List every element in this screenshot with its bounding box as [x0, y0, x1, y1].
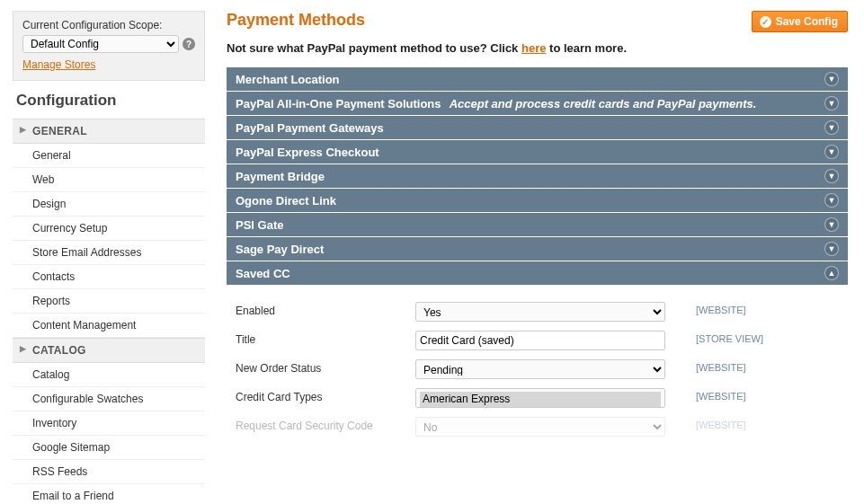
nav-item[interactable]: Contacts: [13, 265, 205, 289]
enabled-label: Enabled: [236, 302, 415, 317]
chevron-down-icon: ▼: [824, 72, 839, 86]
save-config-button[interactable]: ✓ Save Config: [752, 11, 848, 32]
chevron-down-icon: ▼: [824, 193, 839, 208]
nav-section[interactable]: CATALOG: [13, 338, 205, 363]
scope-select[interactable]: Default Config: [22, 35, 179, 53]
new-order-label: New Order Status: [236, 359, 415, 375]
paypal-hint: Not sure what PayPal payment method to u…: [227, 41, 848, 55]
manage-stores-link[interactable]: Manage Stores: [22, 58, 95, 71]
nav-item[interactable]: Inventory: [13, 411, 205, 436]
config-heading: Configuration: [16, 92, 205, 110]
chevron-down-icon: ▼: [824, 169, 839, 183]
accordion-header[interactable]: Sage Pay Direct▼: [227, 237, 848, 261]
accordion-header[interactable]: PayPal Payment Gateways▼: [227, 116, 848, 140]
help-icon[interactable]: ?: [183, 38, 195, 50]
nav-item[interactable]: Email to a Friend: [13, 484, 205, 504]
enabled-select[interactable]: Yes: [415, 302, 665, 322]
scope-tag: [WEBSITE]: [696, 417, 746, 430]
page-title: Payment Methods: [227, 11, 365, 30]
scope-tag: [WEBSITE]: [696, 359, 746, 373]
paypal-here-link[interactable]: here: [521, 41, 546, 55]
scope-tag: [WEBSITE]: [696, 388, 746, 402]
scope-box: Current Configuration Scope: Default Con…: [13, 11, 205, 81]
nav-item[interactable]: Catalog: [13, 363, 205, 387]
nav-item[interactable]: General: [13, 144, 205, 168]
cctype-multiselect[interactable]: American ExpressVisaMasterCardDiscoverJC…: [415, 388, 665, 408]
accordion-header[interactable]: Payment Bridge▼: [227, 164, 848, 189]
nav-item[interactable]: Store Email Addresses: [13, 241, 205, 265]
title-input[interactable]: [415, 331, 665, 350]
chevron-down-icon: ▼: [824, 120, 839, 135]
nav-item[interactable]: Currency Setup: [13, 217, 205, 241]
nav-item[interactable]: Design: [13, 192, 205, 217]
accordion-header[interactable]: PayPal All-in-One Payment Solutions Acce…: [227, 92, 848, 116]
accordion-header[interactable]: PSI Gate▼: [227, 213, 848, 237]
accordion-header[interactable]: Ogone Direct Link▼: [227, 189, 848, 213]
nav: GENERALGeneralWebDesignCurrency SetupSto…: [13, 119, 205, 504]
reqsec-label: Request Card Security Code: [236, 417, 415, 432]
new-order-select[interactable]: Pending: [415, 359, 665, 379]
title-label: Title: [236, 331, 415, 346]
scope-tag: [WEBSITE]: [696, 302, 746, 315]
reqsec-select[interactable]: No: [415, 417, 665, 437]
chevron-down-icon: ▼: [824, 217, 839, 232]
save-label: Save Config: [776, 15, 838, 28]
accordion-header[interactable]: Merchant Location▼: [227, 67, 848, 92]
chevron-down-icon: ▼: [824, 242, 839, 256]
cctype-label: Credit Card Types: [236, 388, 415, 403]
chevron-down-icon: ▼: [824, 145, 839, 159]
nav-item[interactable]: Google Sitemap: [13, 436, 205, 460]
accordion-header[interactable]: Saved CC▲: [227, 261, 848, 286]
scope-tag: [STORE VIEW]: [696, 331, 763, 344]
nav-item[interactable]: Reports: [13, 289, 205, 314]
saved-cc-body: Enabled Yes [WEBSITE] Title [STORE VIEW]…: [227, 286, 848, 451]
chevron-up-icon: ▲: [824, 266, 839, 280]
nav-item[interactable]: RSS Feeds: [13, 460, 205, 484]
nav-section[interactable]: GENERAL: [13, 119, 205, 144]
accordion-list: Merchant Location▼PayPal All-in-One Paym…: [227, 67, 848, 286]
accordion-header[interactable]: PayPal Express Checkout▼: [227, 140, 848, 164]
check-icon: ✓: [760, 16, 771, 28]
chevron-down-icon: ▼: [824, 96, 839, 111]
nav-item[interactable]: Configurable Swatches: [13, 387, 205, 411]
nav-item[interactable]: Content Management: [13, 314, 205, 338]
scope-title: Current Configuration Scope:: [22, 19, 195, 31]
nav-item[interactable]: Web: [13, 168, 205, 192]
